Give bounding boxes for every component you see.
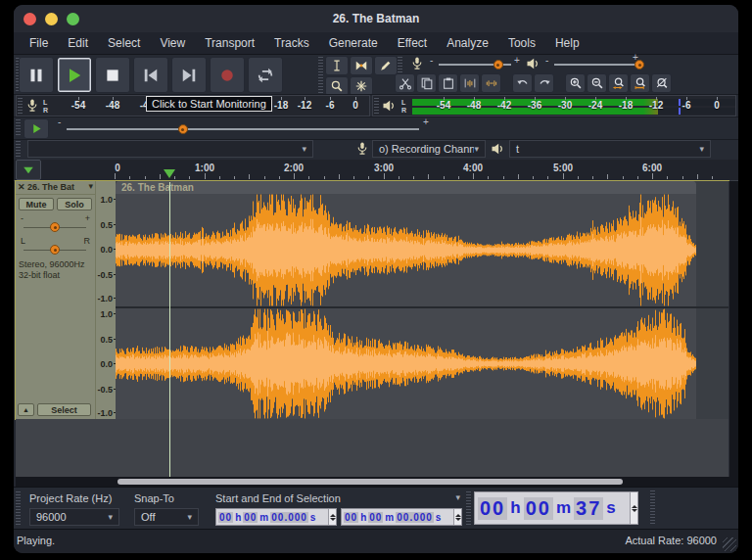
menu-help[interactable]: Help <box>545 36 589 50</box>
project-rate-dropdown[interactable]: 96000▾ <box>29 508 119 526</box>
fit-selection-button[interactable] <box>608 73 629 93</box>
recording-channels-dropdown[interactable]: o) Recording Channels▾ <box>372 140 486 158</box>
device-toolbar-grip[interactable] <box>16 141 21 157</box>
end-seconds[interactable]: 00.000 <box>396 512 434 523</box>
menu-edit[interactable]: Edit <box>58 36 98 50</box>
scale-label: -1.0 <box>97 294 113 303</box>
field-spinner[interactable] <box>328 509 336 525</box>
menu-tools[interactable]: Tools <box>498 36 545 50</box>
collapse-track-button[interactable]: ▲ <box>18 403 34 416</box>
menu-transport[interactable]: Transport <box>195 36 264 50</box>
waveform-channel-left[interactable] <box>116 194 696 306</box>
paste-button[interactable] <box>438 73 458 93</box>
playback-volume-slider[interactable] <box>554 64 640 66</box>
pinned-playhead-button[interactable] <box>16 160 41 180</box>
copy-button[interactable] <box>416 73 437 93</box>
vertical-scrollbar[interactable] <box>728 181 738 477</box>
draw-tool-button[interactable] <box>374 56 398 75</box>
close-track-button[interactable]: ✕ <box>18 182 25 192</box>
menu-view[interactable]: View <box>150 36 195 50</box>
envelope-tool-button[interactable] <box>350 56 373 75</box>
silence-selection-button[interactable] <box>481 73 501 93</box>
recording-volume-knob[interactable] <box>494 60 503 70</box>
play-button[interactable] <box>57 57 92 93</box>
monitoring-tooltip[interactable]: Click to Start Monitoring <box>146 96 272 112</box>
zoom-toggle-button[interactable] <box>651 73 672 93</box>
pause-button[interactable] <box>19 57 54 93</box>
gain-knob[interactable] <box>50 222 60 232</box>
play-at-speed-button[interactable] <box>24 118 49 139</box>
horizontal-scrollbar-thumb[interactable] <box>118 479 623 485</box>
skip-to-end-button[interactable] <box>171 57 207 93</box>
playback-device-dropdown[interactable]: t▾ <box>509 140 711 158</box>
waveform-view[interactable]: 26. The Batman <box>116 181 728 419</box>
undo-button[interactable] <box>512 73 533 93</box>
track-name[interactable]: 26. The Bat <box>27 182 80 192</box>
selection-end-field[interactable]: 00h00m00.000s <box>341 508 462 526</box>
field-spinner[interactable] <box>630 492 637 524</box>
position-seconds[interactable]: 37 <box>574 497 603 520</box>
menu-select[interactable]: Select <box>98 36 150 50</box>
audio-position-display[interactable]: 00h00m37s <box>474 491 638 525</box>
menu-analyze[interactable]: Analyze <box>437 36 498 50</box>
pan-knob[interactable] <box>50 245 60 255</box>
timeline-ruler[interactable]: 01:002:003:004:005:006:00 <box>14 160 738 181</box>
snap-to-dropdown[interactable]: Off▾ <box>134 508 199 526</box>
title-bar[interactable]: 26. The Batman <box>14 5 738 32</box>
zoom-tool-button[interactable] <box>325 76 349 96</box>
vertical-scale-ruler[interactable]: 1.00.50.0-0.5-1.01.00.50.0-0.5-1.0 <box>95 181 116 419</box>
cut-button[interactable] <box>395 73 415 93</box>
trim-outside-selection-button[interactable] <box>459 73 480 93</box>
end-minutes[interactable]: 00 <box>368 512 383 523</box>
select-track-button[interactable]: Select <box>37 403 91 416</box>
multi-tool-button[interactable] <box>350 76 373 96</box>
menu-tracks[interactable]: Tracks <box>264 36 319 50</box>
play-at-speed-knob[interactable] <box>178 124 188 134</box>
recording-meter-grip[interactable] <box>18 98 23 114</box>
recording-meter[interactable]: L R -54-48-42-36-30-24-18-12-60 Click to… <box>16 95 370 117</box>
time-toolbar-end-grip[interactable] <box>650 490 655 525</box>
resize-grip[interactable] <box>723 537 736 551</box>
position-hours[interactable]: 00 <box>478 497 507 520</box>
selection-tool-button[interactable] <box>325 56 349 75</box>
waveform-channel-right[interactable] <box>116 308 696 419</box>
stop-button[interactable] <box>95 57 130 93</box>
play-at-speed-slider[interactable] <box>67 128 419 130</box>
zoom-out-button[interactable] <box>587 73 607 93</box>
end-hours[interactable]: 00 <box>344 512 358 523</box>
audio-clip[interactable]: 26. The Batman <box>116 181 696 419</box>
fit-project-button[interactable] <box>630 73 650 93</box>
empty-track-area[interactable] <box>16 419 728 477</box>
audio-host-dropdown[interactable]: ▾ <box>27 140 313 158</box>
time-toolbar-grip[interactable] <box>466 491 471 526</box>
selection-mode-dropdown[interactable]: Start and End of Selection▾ <box>215 492 460 504</box>
playback-meter[interactable]: L R -54-48-42-36-30-24-18-12-60 <box>372 95 736 117</box>
selection-start-field[interactable]: 00h00m00.000s <box>215 508 337 526</box>
track-format-line2: 32-bit float <box>19 270 60 280</box>
zoom-in-button[interactable] <box>565 73 586 93</box>
field-spinner[interactable] <box>453 509 461 525</box>
scale-label: 1.0 <box>100 195 113 205</box>
solo-button[interactable]: Solo <box>57 198 92 210</box>
track-menu-chevron-icon[interactable]: ▾ <box>88 181 93 191</box>
tools-toolbar-grip[interactable] <box>318 57 323 94</box>
redo-button[interactable] <box>534 73 554 93</box>
menu-file[interactable]: File <box>20 36 58 50</box>
menu-generate[interactable]: Generate <box>319 36 388 50</box>
mute-button[interactable]: Mute <box>19 198 54 210</box>
menu-effect[interactable]: Effect <box>388 36 437 50</box>
record-button[interactable] <box>210 57 245 93</box>
playback-meter-grip[interactable] <box>374 98 379 114</box>
clip-title[interactable]: 26. The Batman <box>116 181 696 194</box>
horizontal-scrollbar[interactable] <box>16 477 738 487</box>
position-minutes[interactable]: 00 <box>524 497 553 520</box>
selection-toolbar-grip[interactable] <box>16 491 21 526</box>
skip-to-start-button[interactable] <box>133 57 168 93</box>
start-hours[interactable]: 00 <box>218 512 233 523</box>
play-at-speed-grip[interactable] <box>16 119 21 137</box>
playhead-marker-icon[interactable] <box>164 169 175 178</box>
status-message: Playing. <box>17 535 55 546</box>
start-minutes[interactable]: 00 <box>243 512 258 523</box>
loop-button[interactable] <box>248 57 283 93</box>
start-seconds[interactable]: 00.000 <box>270 512 308 523</box>
